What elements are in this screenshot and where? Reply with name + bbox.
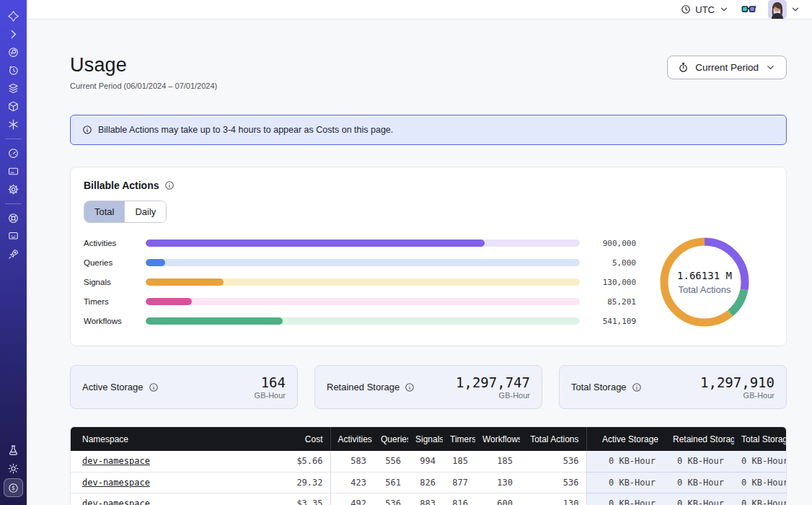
bar-row-signals: Signals 130,000 (84, 273, 636, 292)
billable-actions-card: Billable Actions Total Daily Activities … (70, 167, 787, 346)
sidebar-divider (5, 139, 22, 139)
schedules-icon[interactable] (4, 62, 23, 79)
namespaces-icon[interactable] (4, 44, 23, 61)
sidebar-divider (5, 203, 22, 204)
col-header-total-actions[interactable]: Total Actions (520, 427, 586, 451)
usage-gauge-icon[interactable] (4, 145, 23, 162)
donut-total-value: 1.66131 M (677, 270, 732, 281)
period-dropdown-label: Current Period (695, 62, 759, 73)
usage-dollar-icon[interactable]: $ (4, 478, 23, 497)
bar-label: Queries (84, 258, 146, 267)
svg-text:$: $ (12, 485, 15, 491)
col-header-queries[interactable]: Queries (374, 427, 408, 451)
layers-icon[interactable] (4, 80, 23, 97)
col-header-namespace[interactable]: Namespace (71, 427, 251, 451)
table-header-row: Namespace Cost Activities Queries Signal… (71, 427, 786, 451)
billable-actions-bar-chart: Activities 900,000 Queries 5,000 Signals… (84, 234, 636, 331)
info-icon[interactable] (632, 382, 642, 392)
bar-value: 130,000 (580, 278, 636, 287)
bar-row-workflows: Workflows 541,109 (84, 312, 636, 331)
cell-timers: 877 (443, 472, 475, 493)
page-title: Usage (70, 54, 217, 76)
info-icon (82, 125, 92, 135)
chevron-down-icon (790, 4, 800, 14)
collapse-chevron-icon[interactable] (4, 26, 23, 43)
bar-track (146, 240, 580, 247)
bar-label: Workflows (84, 317, 146, 325)
temporal-logo-icon[interactable] (4, 8, 23, 25)
namespace-link[interactable]: dev-namespace (82, 499, 150, 505)
bar-track (146, 259, 580, 266)
cell-retained-storage: 0 KB-Hour (666, 472, 734, 493)
bar-row-queries: Queries 5,000 (84, 253, 636, 273)
total-storage-card: Total Storage 1,297,910 GB-Hour (559, 365, 787, 409)
total-actions-donut-chart: 1.66131 M Total Actions (636, 233, 773, 331)
active-storage-card: Active Storage 164 GB-Hour (70, 365, 298, 409)
cell-queries: 556 (374, 451, 408, 472)
theme-sun-icon[interactable] (4, 460, 23, 477)
cell-total-storage: 0 KB-Hour (734, 493, 786, 505)
support-lifebuoy-icon[interactable] (4, 210, 23, 227)
period-dropdown-button[interactable]: Current Period (667, 56, 787, 79)
table-row: dev-namespace $3.35 492 536 883 816 600 … (71, 493, 786, 505)
col-header-active-storage[interactable]: Active Storage (586, 427, 666, 451)
cell-active-storage: 0 KB-Hour (586, 451, 666, 472)
donut-caption: Total Actions (677, 284, 732, 295)
cell-activities: 423 (330, 472, 374, 493)
tab-daily[interactable]: Daily (124, 201, 166, 222)
cell-total-actions: 536 (520, 472, 586, 493)
feedback-glasses-icon[interactable] (741, 4, 756, 15)
col-header-retained-storage[interactable]: Retained Storage (666, 427, 734, 451)
cell-active-storage: 0 KB-Hour (586, 472, 666, 493)
settings-gear-icon[interactable] (4, 181, 23, 198)
cell-signals: 826 (408, 472, 443, 493)
col-header-timers[interactable]: Timers (443, 427, 475, 451)
billable-actions-title: Billable Actions (84, 180, 159, 191)
bar-value: 900,000 (580, 239, 636, 248)
bar-track (146, 317, 580, 325)
table-row: dev-namespace $5.66 583 556 994 185 185 … (71, 451, 786, 472)
docs-screen-icon[interactable] (4, 228, 23, 245)
active-storage-unit: GB-Hour (255, 391, 286, 400)
actions-asterisk-icon[interactable] (4, 116, 23, 133)
cell-active-storage: 0 KB-Hour (586, 493, 666, 505)
info-banner: Billable Actions may take up to 3-4 hour… (70, 115, 787, 145)
cell-activities: 583 (330, 451, 374, 472)
info-icon[interactable] (149, 382, 159, 392)
col-header-cost[interactable]: Cost (251, 427, 330, 451)
col-header-activities[interactable]: Activities (330, 427, 374, 451)
table-row: dev-namespace 29.32 423 561 826 877 130 … (71, 472, 786, 493)
cell-queries: 561 (374, 472, 408, 493)
stopwatch-icon (678, 62, 689, 73)
bar-row-activities: Activities 900,000 (84, 234, 636, 253)
col-header-signals[interactable]: Signals (408, 427, 443, 451)
billing-card-icon[interactable] (4, 163, 23, 180)
user-menu[interactable] (768, 0, 800, 19)
namespace-link[interactable]: dev-namespace (82, 456, 150, 466)
cell-timers: 185 (443, 451, 475, 472)
bar-value: 5,000 (580, 258, 636, 268)
deployments-cube-icon[interactable] (4, 98, 23, 115)
cell-cost: 29.32 (251, 472, 330, 493)
sidebar-nav: $ (0, 0, 27, 505)
lab-flask-icon[interactable] (4, 442, 23, 459)
cell-timers: 816 (443, 493, 475, 505)
chevron-down-icon (719, 4, 729, 14)
col-header-total-storage[interactable]: Total Storage (734, 427, 786, 451)
info-icon[interactable] (164, 180, 175, 190)
info-banner-text: Billable Actions may take up to 3-4 hour… (98, 125, 393, 135)
tab-total[interactable]: Total (84, 201, 124, 222)
bar-label: Signals (84, 278, 146, 286)
bar-value: 85,201 (580, 297, 636, 307)
namespace-usage-table: Namespace Cost Activities Queries Signal… (70, 426, 787, 505)
col-header-workflows[interactable]: Workflows (475, 427, 520, 451)
top-bar: UTC (27, 0, 812, 19)
cell-total-storage: 0 KB-Hour (734, 472, 786, 493)
cell-cost: $3.35 (251, 493, 330, 505)
bar-row-timers: Timers 85,201 (84, 292, 636, 312)
timezone-selector[interactable]: UTC (681, 4, 729, 15)
bar-label: Timers (84, 297, 146, 306)
namespace-link[interactable]: dev-namespace (82, 478, 150, 488)
info-icon[interactable] (405, 382, 415, 392)
getting-started-rocket-icon[interactable] (4, 246, 23, 263)
